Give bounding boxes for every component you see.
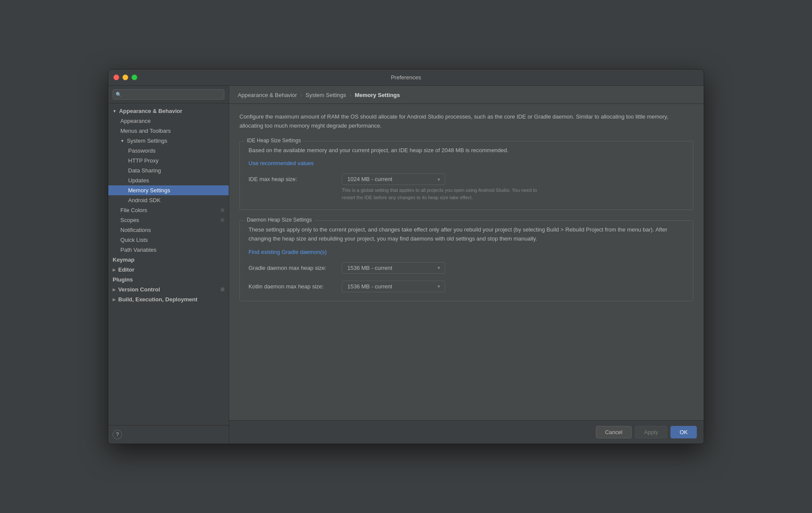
breadcrumb: Appearance & Behavior › System Settings …: [229, 86, 704, 104]
settings-panel: Appearance & Behavior › System Settings …: [229, 86, 704, 444]
sidebar-item-system-settings[interactable]: ▼ System Settings: [108, 136, 229, 146]
gradle-heap-row: Gradle daemon max heap size: 512 MB 750 …: [249, 262, 684, 274]
sidebar-item-memory-settings[interactable]: Memory Settings: [108, 185, 229, 195]
kotlin-heap-row: Kotlin daemon max heap size: 512 MB 750 …: [249, 281, 684, 292]
settings-body: Configure the maximum amount of RAM the …: [229, 104, 704, 420]
sidebar-item-android-sdk[interactable]: Android SDK: [108, 195, 229, 205]
settings-icon: ⊞: [220, 217, 224, 223]
settings-icon: ⊞: [220, 287, 224, 292]
ide-heap-hint: This is a global setting that applies to…: [342, 187, 549, 201]
footer: Cancel Apply OK: [229, 420, 704, 444]
sidebar-item-path-variables[interactable]: Path Variables: [108, 245, 229, 255]
help-button[interactable]: ?: [113, 430, 122, 439]
breadcrumb-system-settings: System Settings: [305, 92, 346, 98]
triangle-icon: ▼: [120, 139, 124, 143]
ide-heap-select-wrapper: 512 MB 750 MB 1024 MB - current 2048 MB …: [342, 173, 445, 185]
gradle-heap-select[interactable]: 512 MB 750 MB 1024 MB 1536 MB - current …: [342, 262, 445, 274]
use-recommended-link[interactable]: Use recommended values: [249, 160, 314, 166]
close-button[interactable]: [113, 75, 119, 80]
breadcrumb-appearance-behavior: Appearance & Behavior: [238, 92, 297, 98]
find-gradle-link[interactable]: Find existing Gradle daemon(s): [249, 249, 327, 255]
sidebar-item-appearance-behavior[interactable]: ▼ Appearance & Behavior: [108, 106, 229, 116]
ide-heap-select[interactable]: 512 MB 750 MB 1024 MB - current 2048 MB …: [342, 173, 445, 185]
apply-button[interactable]: Apply: [635, 426, 667, 438]
preferences-window: Preferences 🔍 ▼ Appearance & Behavior Ap…: [108, 69, 704, 444]
ide-heap-desc: Based on the available memory and your c…: [249, 146, 684, 155]
search-icon: 🔍: [116, 92, 122, 97]
triangle-icon: ▶: [113, 297, 116, 302]
sidebar-item-updates[interactable]: Updates: [108, 175, 229, 185]
sidebar-item-scopes[interactable]: Scopes ⊞: [108, 215, 229, 225]
sidebar-item-appearance[interactable]: Appearance: [108, 116, 229, 126]
search-input[interactable]: [113, 89, 224, 100]
sidebar-bottom: ?: [108, 425, 229, 444]
sidebar-item-passwords[interactable]: Passwords: [108, 146, 229, 156]
main-content-area: 🔍 ▼ Appearance & Behavior Appearance Men…: [108, 86, 704, 444]
sidebar-item-version-control[interactable]: ▶ Version Control ⊞: [108, 285, 229, 294]
gradle-heap-select-wrapper: 512 MB 750 MB 1024 MB 1536 MB - current …: [342, 262, 445, 274]
sidebar-item-notifications[interactable]: Notifications: [108, 225, 229, 235]
minimize-button[interactable]: [123, 75, 128, 80]
settings-icon: ⊞: [220, 207, 224, 213]
sidebar-item-quick-lists[interactable]: Quick Lists: [108, 235, 229, 245]
breadcrumb-sep-2: ›: [349, 92, 351, 98]
cancel-button[interactable]: Cancel: [596, 426, 631, 438]
sidebar-item-keymap[interactable]: Keymap: [108, 255, 229, 265]
sidebar-item-menus-toolbars[interactable]: Menus and Toolbars: [108, 126, 229, 136]
kotlin-heap-label: Kotlin daemon max heap size:: [249, 283, 335, 290]
triangle-icon: ▶: [113, 268, 116, 272]
search-container: 🔍: [108, 86, 229, 103]
window-title: Preferences: [391, 74, 421, 81]
kotlin-heap-select[interactable]: 512 MB 750 MB 1024 MB 1536 MB - current …: [342, 281, 445, 292]
nav-tree: ▼ Appearance & Behavior Appearance Menus…: [108, 103, 229, 425]
ide-heap-label: IDE max heap size:: [249, 176, 335, 182]
daemon-heap-desc: These settings apply only to the current…: [249, 225, 684, 244]
ide-heap-section: IDE Heap Size Settings Based on the avai…: [239, 141, 693, 210]
daemon-heap-body: These settings apply only to the current…: [240, 224, 693, 301]
sidebar-item-http-proxy[interactable]: HTTP Proxy: [108, 156, 229, 166]
sidebar-item-data-sharing[interactable]: Data Sharing: [108, 166, 229, 175]
sidebar-item-editor[interactable]: ▶ Editor: [108, 265, 229, 275]
ok-button[interactable]: OK: [670, 426, 697, 438]
triangle-icon: ▶: [113, 288, 116, 292]
sidebar-item-build-execution[interactable]: ▶ Build, Execution, Deployment: [108, 294, 229, 304]
kotlin-heap-select-wrapper: 512 MB 750 MB 1024 MB 1536 MB - current …: [342, 281, 445, 292]
ide-heap-title: IDE Heap Size Settings: [244, 138, 303, 144]
breadcrumb-sep-1: ›: [300, 92, 302, 98]
ide-heap-row: IDE max heap size: 512 MB 750 MB 1024 MB…: [249, 173, 684, 185]
sidebar-item-plugins[interactable]: Plugins: [108, 275, 229, 285]
sidebar: 🔍 ▼ Appearance & Behavior Appearance Men…: [108, 86, 229, 444]
gradle-heap-label: Gradle daemon max heap size:: [249, 265, 335, 271]
window-controls: [113, 75, 137, 80]
sidebar-item-file-colors[interactable]: File Colors ⊞: [108, 205, 229, 215]
breadcrumb-memory-settings: Memory Settings: [355, 92, 400, 98]
triangle-icon: ▼: [113, 109, 116, 113]
search-wrapper: 🔍: [113, 89, 224, 100]
ide-heap-body: Based on the available memory and your c…: [240, 144, 693, 210]
maximize-button[interactable]: [132, 75, 137, 80]
page-description: Configure the maximum amount of RAM the …: [239, 113, 693, 131]
titlebar: Preferences: [108, 69, 704, 86]
daemon-heap-section: Daemon Heap Size Settings These settings…: [239, 220, 693, 301]
daemon-heap-title: Daemon Heap Size Settings: [244, 217, 315, 223]
